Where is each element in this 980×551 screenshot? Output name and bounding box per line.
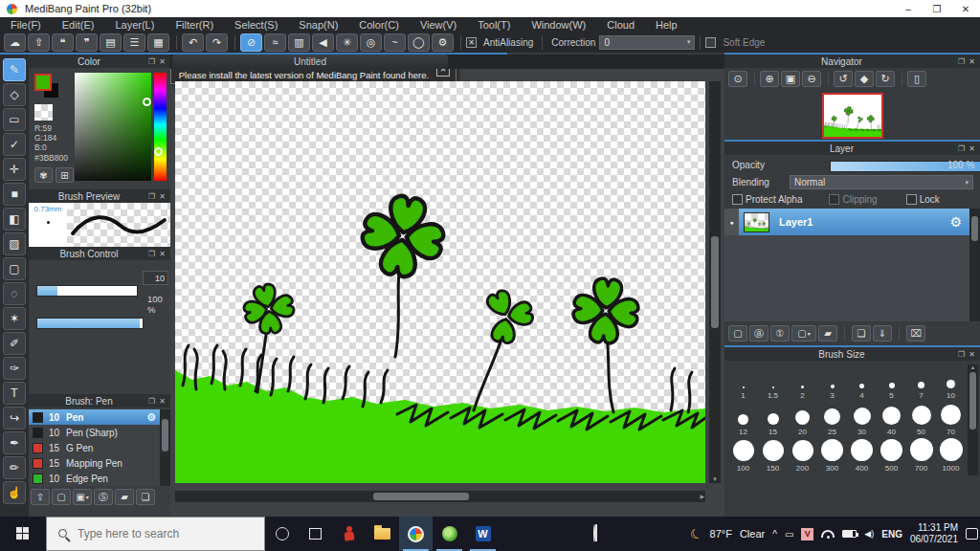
- navigator-thumbnail[interactable]: [822, 93, 883, 139]
- rotate-right-button[interactable]: ↻: [876, 71, 895, 87]
- close-icon[interactable]: ✕: [157, 397, 167, 406]
- fit-screen-button[interactable]: ▣: [781, 71, 800, 87]
- scroll-down-icon[interactable]: ▼: [709, 476, 721, 482]
- action-center-icon[interactable]: [966, 528, 978, 540]
- brush-size-cell[interactable]: 400: [847, 437, 877, 474]
- menu-filter[interactable]: Filter(R): [165, 19, 224, 31]
- scroll-up-icon[interactable]: ▲: [968, 364, 978, 370]
- move-tool[interactable]: ✛: [3, 158, 26, 181]
- delete-layer-button[interactable]: ⌧: [906, 325, 925, 342]
- close-button[interactable]: ✕: [951, 0, 980, 17]
- battery-icon[interactable]: [842, 530, 857, 538]
- brush-size-scrollbar[interactable]: ▲: [968, 364, 978, 475]
- transform-tool[interactable]: ■: [3, 183, 26, 206]
- window-layout-button[interactable]: ▦: [147, 33, 169, 52]
- menu-select[interactable]: Select(S): [224, 19, 288, 31]
- lasso-select-tool[interactable]: ◌: [3, 282, 26, 305]
- menu-cloud[interactable]: Cloud: [596, 19, 645, 31]
- palette-button[interactable]: ✾: [34, 167, 53, 183]
- menu-snap[interactable]: Snap(N): [288, 19, 348, 31]
- flip-view-button[interactable]: ▯: [907, 71, 926, 87]
- text-tool[interactable]: T: [3, 382, 26, 405]
- lock-checkbox[interactable]: [906, 194, 917, 205]
- moon-weather-icon[interactable]: ☾: [687, 524, 704, 543]
- brush-size-cell[interactable]: 20: [788, 401, 817, 437]
- popout-icon[interactable]: ❐: [146, 250, 157, 258]
- layer-folder-button[interactable]: ▰: [818, 325, 837, 342]
- magic-wand-tool[interactable]: ✶: [3, 307, 26, 330]
- menu-color[interactable]: Color(C): [348, 19, 410, 31]
- layer-list-scrollbar[interactable]: [969, 209, 980, 321]
- word-taskbar-button[interactable]: W: [466, 517, 500, 551]
- menu-layer[interactable]: Layer(L): [104, 19, 165, 31]
- undo-button[interactable]: ↶: [182, 33, 204, 52]
- brush-size-slider[interactable]: [36, 285, 138, 297]
- brush-row-g-pen[interactable]: 15 G Pen: [29, 440, 160, 455]
- weather-temperature[interactable]: 87°F: [710, 528, 732, 540]
- zoom-in-button[interactable]: ⊕: [760, 71, 779, 87]
- brush-size-cell[interactable]: 30: [847, 401, 877, 437]
- maximize-button[interactable]: ❐: [923, 0, 951, 17]
- brush-size-cell[interactable]: 25: [817, 401, 847, 437]
- brush-size-cell[interactable]: 70: [936, 401, 966, 437]
- color-set-button[interactable]: ⊞: [56, 167, 74, 183]
- taskbar-search[interactable]: [46, 517, 265, 551]
- protect-alpha-checkbox[interactable]: [732, 194, 743, 205]
- blending-dropdown[interactable]: Normal ▾: [790, 175, 973, 189]
- publish-button[interactable]: ⇧: [28, 33, 50, 52]
- material-button[interactable]: ❞: [76, 33, 98, 52]
- brush-size-cell[interactable]: 10: [936, 364, 966, 401]
- rotate-left-button[interactable]: ↺: [834, 71, 853, 87]
- menu-help[interactable]: Help: [645, 19, 688, 31]
- add-image-brush-button[interactable]: ▣▾: [73, 489, 92, 505]
- zoom-out-button[interactable]: ⊖: [802, 71, 821, 87]
- redo-button[interactable]: ↷: [206, 33, 228, 52]
- taskbar-app-green[interactable]: [433, 517, 466, 551]
- brush-size-cell[interactable]: 1: [728, 364, 758, 401]
- brush-size-cell[interactable]: 12: [728, 401, 758, 437]
- brush-size-cell[interactable]: 50: [906, 401, 936, 437]
- hue-cursor[interactable]: [154, 147, 163, 156]
- canvas[interactable]: [175, 81, 705, 483]
- correction-dropdown[interactable]: 0 ▾: [599, 35, 695, 50]
- close-icon[interactable]: ✕: [967, 57, 977, 66]
- select-eraser-tool[interactable]: ✑: [3, 357, 26, 380]
- snap-curve-button[interactable]: ~: [384, 33, 406, 52]
- brush-opacity-slider[interactable]: [36, 318, 144, 329]
- saturation-value-picker[interactable]: [75, 73, 151, 181]
- scrollbar-thumb[interactable]: [162, 419, 168, 452]
- brush-row-pen-sharp[interactable]: 10 Pen (Sharp): [29, 425, 160, 440]
- gear-icon[interactable]: ⚙: [146, 411, 156, 424]
- menu-tool[interactable]: Tool(T): [467, 19, 521, 31]
- brush-size-cell[interactable]: 100: [728, 437, 758, 474]
- speaker-icon[interactable]: ◀): [864, 529, 874, 539]
- snap-grid-button[interactable]: ▥: [288, 33, 310, 52]
- brush-size-cell[interactable]: 3: [817, 364, 847, 401]
- layer-settings-gear-icon[interactable]: ⚙: [949, 214, 962, 230]
- brush-size-value[interactable]: 10: [143, 271, 168, 285]
- duplicate-brush-button[interactable]: ❏: [136, 489, 155, 505]
- divide-tool[interactable]: ✏: [3, 456, 26, 479]
- close-icon[interactable]: ✕: [157, 192, 167, 201]
- select-tool[interactable]: ▢: [3, 257, 26, 280]
- eyedropper-tool[interactable]: ✒: [3, 431, 26, 454]
- task-view-button[interactable]: [299, 517, 332, 551]
- add-layer-menu-button[interactable]: ▢▾: [791, 325, 816, 342]
- menu-edit[interactable]: Edit(E): [52, 19, 105, 31]
- menu-window[interactable]: Window(W): [521, 19, 596, 31]
- brush-size-cell[interactable]: 1000: [936, 437, 966, 474]
- search-input[interactable]: [78, 527, 250, 540]
- brush-tool[interactable]: ✎: [3, 58, 26, 81]
- weather-condition[interactable]: Clear: [740, 528, 765, 540]
- antialiasing-checkbox[interactable]: ✕: [466, 37, 477, 48]
- minimize-button[interactable]: –: [894, 0, 923, 17]
- merge-layer-button[interactable]: ⇓: [873, 325, 892, 342]
- new-8bit-layer-button[interactable]: ⓐ: [749, 325, 768, 342]
- select-pen-tool[interactable]: ✐: [3, 332, 26, 355]
- snap-circle-button[interactable]: ◎: [360, 33, 382, 52]
- notification-line2[interactable]: Please install the latest version of Med…: [171, 70, 436, 81]
- document-button[interactable]: ▤: [100, 33, 122, 52]
- scrollbar-thumb[interactable]: [373, 493, 469, 500]
- popout-icon[interactable]: ❐: [146, 192, 157, 201]
- menu-view[interactable]: View(V): [410, 19, 467, 31]
